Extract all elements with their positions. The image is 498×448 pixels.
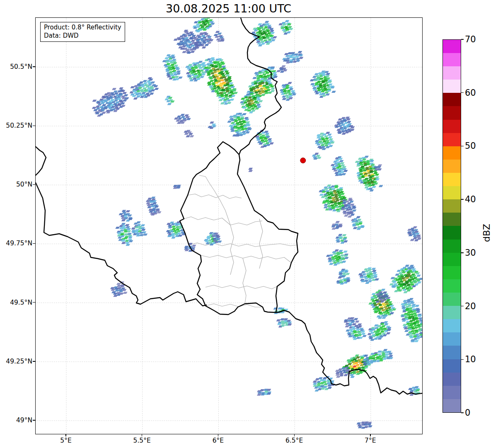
radar-figure: 30.08.2025 11:00 UTC Product: 0.8° Refle… [0, 0, 498, 448]
x-tick-mark [65, 434, 66, 436]
y-tick-label: 50.25°N [0, 121, 32, 130]
y-tick-label: 49.5°N [0, 298, 32, 307]
x-tick-mark [370, 434, 370, 436]
colorbar-segment [443, 93, 461, 106]
colorbar-segment [443, 346, 461, 359]
y-tick-label: 49.75°N [0, 239, 32, 247]
colorbar-segment [443, 266, 461, 279]
x-tick-label: 7°E [352, 436, 389, 445]
colorbar-tick-mark [461, 306, 464, 306]
colorbar-segment [443, 80, 461, 93]
y-tick-label: 50.5°N [0, 63, 32, 71]
colorbar-segment [443, 120, 461, 133]
y-tick-mark [33, 361, 35, 361]
x-tick-mark [142, 434, 142, 436]
admin-border-path [199, 175, 230, 225]
colorbar-tick-label: 10 [465, 354, 490, 365]
colorbar-tick-label: 70 [465, 34, 490, 45]
colorbar-tick-mark [461, 252, 464, 253]
colorbar-segment [443, 226, 461, 239]
radar-site-marker [300, 158, 306, 163]
y-tick-label: 49.25°N [0, 357, 32, 366]
admin-border-path [205, 304, 263, 307]
colorbar-segment [443, 173, 461, 186]
colorbar-segment [443, 146, 461, 160]
y-tick-label: 49°N [0, 416, 32, 424]
colorbar-segment [443, 240, 461, 253]
admin-border-path [201, 255, 291, 263]
admin-border-path [243, 258, 246, 304]
colorbar [442, 39, 461, 413]
colorbar-segment [443, 373, 461, 386]
colorbar-tick-mark [461, 199, 464, 199]
colorbar-tick-mark [461, 412, 464, 413]
colorbar-tick-mark [461, 146, 464, 146]
colorbar-segment [443, 359, 461, 373]
colorbar-tick-label: 30 [465, 247, 490, 258]
radar-map-canvas [36, 18, 422, 434]
colorbar-segment [443, 66, 461, 80]
x-tick-label: 5°E [47, 436, 85, 445]
colorbar-tick-mark [461, 359, 464, 360]
colorbar-segment [443, 53, 461, 66]
colorbar-tick-label: 0 [465, 407, 490, 418]
colorbar-segment [443, 319, 461, 332]
colorbar-segment [443, 306, 461, 319]
colorbar-tick-mark [461, 39, 464, 39]
x-tick-label: 5.5°E [123, 436, 161, 445]
colorbar-segment [443, 279, 461, 293]
admin-border-path [230, 225, 234, 275]
colorbar-segment [443, 399, 461, 412]
y-tick-mark [33, 126, 35, 126]
colorbar-segment [443, 253, 461, 266]
colorbar-segment [443, 332, 461, 346]
colorbar-segment [443, 186, 461, 199]
colorbar-tick-label: 40 [465, 194, 490, 205]
product-annotation-box: Product: 0.8° Reflectivity Data: DWD [40, 22, 125, 42]
colorbar-tick-label: 50 [465, 140, 490, 151]
echo-layer [92, 18, 422, 429]
y-tick-label: 50°N [0, 180, 32, 189]
admin-border-path [188, 194, 242, 199]
colorbar-axis-label: dBZ [481, 224, 492, 242]
x-tick-label: 6°E [199, 436, 237, 445]
colorbar-segment [443, 213, 461, 226]
x-tick-mark [218, 434, 218, 436]
y-tick-mark [33, 420, 35, 420]
colorbar-segment [443, 40, 461, 53]
country-border-path [36, 147, 46, 175]
y-tick-mark [33, 243, 35, 244]
y-tick-mark [33, 302, 35, 303]
colorbar-tick-mark [461, 92, 464, 93]
country-border-path [180, 142, 298, 315]
colorbar-tick-label: 60 [465, 87, 490, 98]
colorbar-segment [443, 106, 461, 119]
y-tick-mark [33, 184, 35, 185]
figure-title: 30.08.2025 11:00 UTC [35, 2, 422, 15]
admin-border-path [189, 243, 297, 247]
colorbar-segment [443, 160, 461, 173]
admin-border-path [184, 217, 262, 225]
product-line: Product: 0.8° Reflectivity [44, 24, 121, 32]
data-source-line: Data: DWD [44, 32, 121, 40]
x-tick-label: 6.5°E [276, 436, 313, 445]
admin-border-path [205, 285, 277, 289]
colorbar-segment [443, 133, 461, 146]
y-tick-mark [33, 66, 35, 67]
x-tick-mark [294, 434, 295, 436]
map-panel: Product: 0.8° Reflectivity Data: DWD [35, 17, 423, 434]
colorbar-segment [443, 199, 461, 213]
colorbar-segment [443, 293, 461, 306]
colorbar-segment [443, 386, 461, 399]
colorbar-tick-label: 20 [465, 301, 490, 312]
